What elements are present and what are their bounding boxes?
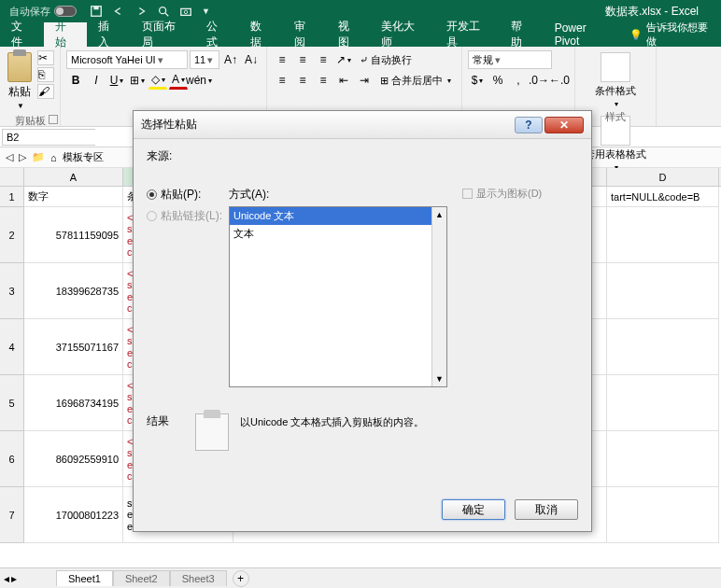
align-middle-icon[interactable]: ≡ [293,50,312,69]
underline-button[interactable]: U▾ [107,71,126,90]
cell[interactable]: 86092559910 [24,431,123,487]
percent-icon[interactable]: % [488,71,507,90]
tab-insert[interactable]: 插入 [87,22,131,47]
conditional-format-button[interactable]: 条件格式▾ [585,52,646,108]
cell[interactable]: 37155071167 [24,319,123,375]
indent-increase-icon[interactable]: ⇥ [355,71,374,90]
cell[interactable] [607,207,719,263]
scroll-up-icon[interactable]: ▲ [432,207,446,222]
folder-icon[interactable]: 📁 [32,151,45,163]
wrap-text-button[interactable]: ⤶自动换行 [355,50,417,69]
tab-file[interactable]: 文件 [0,22,44,47]
scroll-down-icon[interactable]: ▼ [432,371,446,386]
decrease-font-icon[interactable]: A↓ [242,50,261,69]
row-header[interactable]: 1 [0,187,24,207]
indent-decrease-icon[interactable]: ⇤ [334,71,353,90]
cell[interactable]: 16968734195 [24,375,123,431]
camera-icon[interactable] [179,5,192,18]
bold-button[interactable]: B [66,71,85,90]
cut-button[interactable]: ✂ [37,50,54,65]
format-listbox[interactable]: Unicode 文本 文本 ▲ ▼ [229,206,447,387]
cell[interactable]: 数字 [24,187,123,207]
copy-button[interactable]: ⎘ [37,67,54,82]
border-button[interactable]: ⊞▾ [128,71,147,90]
font-size-combo[interactable]: 11▾ [190,50,219,69]
tab-home[interactable]: 开始 [44,22,88,47]
phonetic-button[interactable]: wén▾ [190,71,208,90]
comma-icon[interactable]: , [509,71,528,90]
print-preview-icon[interactable] [157,5,170,18]
save-icon[interactable] [90,5,103,18]
tab-view[interactable]: 视图 [327,22,371,47]
format-painter-button[interactable]: 🖌 [37,84,54,99]
align-right-icon[interactable]: ≡ [314,71,332,90]
increase-decimal-icon[interactable]: .0→ [530,71,548,90]
scrollbar[interactable]: ▲ ▼ [431,207,446,386]
sheet-nav-next-icon[interactable]: ▸ [11,572,17,585]
row-header[interactable]: 7 [0,487,24,543]
row-header[interactable]: 5 [0,375,24,431]
back-icon[interactable]: ◁ [6,151,13,163]
currency-icon[interactable]: $▾ [468,71,487,90]
tab-review[interactable]: 审阅 [283,22,327,47]
format-table-button[interactable]: 套用表格格式▾ [585,116,646,172]
tab-help[interactable]: 帮助 [500,22,544,47]
row-header[interactable]: 4 [0,319,24,375]
tell-me-search[interactable]: 💡 告诉我你想要做 [622,22,721,47]
name-box-input[interactable] [3,130,139,145]
cell[interactable] [607,263,719,319]
align-left-icon[interactable]: ≡ [273,71,291,90]
align-center-icon[interactable]: ≡ [293,71,312,90]
col-header-D[interactable]: D [607,168,719,186]
tab-powerpivot[interactable]: Power Pivot [544,22,623,47]
paste-radio[interactable]: 粘贴(P): [147,187,225,203]
sheet-nav-prev-icon[interactable]: ◂ [4,572,9,585]
cell[interactable]: tart=NULL&code=B [607,187,719,207]
tab-data[interactable]: 数据 [239,22,283,47]
col-header-A[interactable]: A [24,168,123,186]
cancel-button[interactable]: 取消 [515,499,578,520]
fill-color-button[interactable]: ◇▾ [148,71,167,90]
cell[interactable] [607,375,719,431]
orientation-icon[interactable]: ↗▾ [334,50,353,69]
home-icon[interactable]: ⌂ [50,152,57,163]
cell[interactable]: 57811159095 [24,207,123,263]
sheet-tab[interactable]: Sheet2 [113,570,170,586]
name-box[interactable]: ▾ [2,129,95,146]
font-color-button[interactable]: A▾ [169,71,188,90]
merge-center-button[interactable]: ⊞合并后居中▾ [375,71,456,90]
forward-icon[interactable]: ▷ [19,151,26,163]
cell[interactable]: 17000801223 [24,487,123,543]
template-area-label[interactable]: 模板专区 [63,150,104,164]
tab-dev[interactable]: 开发工具 [435,22,500,47]
tab-layout[interactable]: 页面布局 [131,22,195,47]
qat-dropdown-icon[interactable]: ▼ [202,7,210,16]
increase-font-icon[interactable]: A↑ [221,50,240,69]
redo-icon[interactable] [134,5,148,18]
dialog-help-button[interactable]: ? [515,117,543,133]
sheet-tab[interactable]: Sheet3 [170,570,227,586]
select-all-corner[interactable] [0,168,24,186]
list-item[interactable]: Unicode 文本 [230,207,446,225]
list-item[interactable]: 文本 [230,225,446,243]
dialog-titlebar[interactable]: 选择性粘贴 ? ✕ [134,111,591,139]
row-header[interactable]: 6 [0,431,24,487]
cell[interactable] [607,319,719,375]
dialog-close-button[interactable]: ✕ [544,117,584,133]
autosave-toggle[interactable]: 自动保存 [4,3,82,21]
align-bottom-icon[interactable]: ≡ [314,50,332,69]
clipboard-launcher[interactable] [49,115,58,124]
tab-formula[interactable]: 公式 [195,22,239,47]
cell[interactable] [607,487,719,543]
number-format-combo[interactable]: 常规▾ [468,50,552,69]
font-name-combo[interactable]: Microsoft YaHei UI▾ [66,50,188,69]
cell[interactable] [607,431,719,487]
row-header[interactable]: 2 [0,207,24,263]
paste-button[interactable]: 粘贴 ▼ [6,50,34,112]
undo-icon[interactable] [112,5,125,18]
sheet-tab[interactable]: Sheet1 [56,570,113,586]
add-sheet-button[interactable]: + [233,570,249,587]
row-header[interactable]: 3 [0,263,24,319]
decrease-decimal-icon[interactable]: ←.0 [550,71,569,90]
tab-beautify[interactable]: 美化大师 [370,22,434,47]
